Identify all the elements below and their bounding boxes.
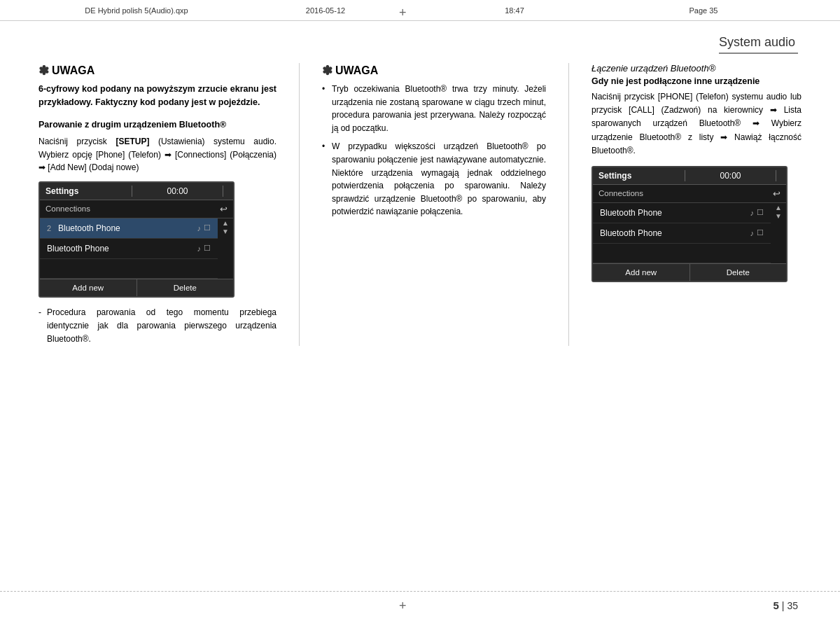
right-delete-button[interactable]: Delete [690,264,787,281]
right-screen-divider2 [776,170,776,181]
right-item2-label: Bluetooth Phone [600,228,750,238]
right-back-icon: ↩ [773,188,780,199]
screen-divider2 [223,186,223,197]
delete-button[interactable]: Delete [137,279,234,296]
music-icon: ♪ [197,224,202,232]
item-number: 2 [47,224,55,232]
right-music-icon-2: ♪ [750,229,755,237]
right-screen-time: 00:00 [690,171,771,181]
right-items-list: Bluetooth Phone ♪ ☐ Bluetooth Phone ♪ ☐ [593,203,771,263]
right-item-icons-1: ♪ ☐ [750,208,764,217]
right-music-icon: ♪ [750,209,755,217]
header-date: 2016-05-12 [231,6,420,15]
phone-icon: ☐ [204,223,211,232]
bullet-item-1: Tryb oczekiwania Bluetooth® trwa trzy mi… [322,83,546,134]
page-num: 35 [787,600,798,611]
bottom-bar: 5 | 35 [0,591,840,619]
right-bold-subhead: Gdy nie jest podłączone inne urządzenie [592,76,802,86]
bullet-item-2: W przypadku większości urządzeń Bluetoot… [322,140,546,218]
left-uwaga-body: 6-cyfrowy kod podany na powyższym zrzuci… [38,83,276,109]
right-column: Łączenie urządzeń Bluetooth® Gdy nie jes… [592,63,802,346]
phone-icon-2: ☐ [204,244,211,253]
right-screen-mockup: Settings 00:00 Connections ↩ Bluetooth P… [592,166,788,282]
col-separator-2 [568,63,569,346]
item-icons-1: ♪ ☐ [197,223,211,232]
left-screen-header: Settings 00:00 [40,183,233,200]
left-screen-item-1: 2 Bluetooth Phone ♪ ☐ [40,218,218,239]
right-screen-footer: Add new Delete [593,263,786,281]
left-screen-items: 2 Bluetooth Phone ♪ ☐ Bluetooth Phone ♪ [40,218,233,279]
item-icons-2: ♪ ☐ [197,244,211,253]
music-icon-2: ♪ [197,244,202,253]
left-screen-time: 00:00 [136,186,218,196]
dash-note: Procedura parowania od tego momentu prze… [38,306,276,347]
middle-asterisk-icon: ✽ [322,63,332,78]
add-new-button[interactable]: Add new [40,279,137,296]
left-item2-label: Bluetooth Phone [47,244,197,253]
right-screen-item-1: Bluetooth Phone ♪ ☐ [593,203,771,223]
right-screen-title: Settings [598,171,680,181]
right-add-new-button[interactable]: Add new [593,264,690,281]
right-arrow-text: Naciśnij przycisk [PHONE] (Telefon) syst… [592,90,802,158]
right-connections-label: Connections [598,189,773,197]
left-empty-row [40,259,218,279]
middle-uwaga-title: ✽ UWAGA [322,63,546,78]
middle-column: ✽ UWAGA Tryb oczekiwania Bluetooth® trwa… [322,63,546,346]
right-italic-heading: Łączenie urządzeń Bluetooth® [592,63,802,74]
right-scroll-arrows: ▲ ▼ [771,203,786,263]
middle-uwaga-box: ✽ UWAGA Tryb oczekiwania Bluetooth® trwa… [322,63,546,218]
asterisk-icon: ✽ [38,63,49,78]
left-uwaga-title: ✽ UWAGA [38,63,276,78]
right-scroll-up: ▲ [775,204,782,211]
section-title: System audio [719,35,798,54]
right-empty-row [593,244,771,263]
left-scroll-arrows: ▲ ▼ [218,218,233,279]
scroll-up-arrow: ▲ [222,220,229,227]
left-body-text: Naciśnij przycisk [SETUP] (Ustawienia) s… [38,135,276,174]
right-screen-divider [685,170,685,181]
left-screen-item-2: Bluetooth Phone ♪ ☐ [40,239,218,259]
right-scroll-down: ▼ [775,213,782,220]
back-icon: ↩ [220,204,227,214]
right-screen-items: Bluetooth Phone ♪ ☐ Bluetooth Phone ♪ ☐ [593,203,786,263]
scroll-down-arrow: ▼ [222,228,229,235]
left-item1-label: Bluetooth Phone [58,223,197,233]
header-page: Page 35 [609,6,798,15]
header-time: 18:47 [420,6,609,15]
left-uwaga-box: ✽ UWAGA 6-cyfrowy kod podany na powyższy… [38,63,276,109]
left-column: ✽ UWAGA 6-cyfrowy kod podany na powyższy… [38,63,276,346]
right-item1-label: Bluetooth Phone [600,208,750,218]
screen-divider [132,186,132,197]
crosshair-top [399,6,407,20]
page-separator: | [782,600,785,611]
right-screen-header: Settings 00:00 [593,167,786,185]
right-phone-icon: ☐ [757,208,764,217]
left-subheading: Parowanie z drugim urządzeniem Bluetooth… [38,119,276,132]
page-number: 5 | 35 [773,599,798,611]
main-content: ✽ UWAGA 6-cyfrowy kod podany na powyższy… [38,63,802,584]
left-screen-footer: Add new Delete [40,279,233,296]
right-screen-connections: Connections ↩ [593,185,786,203]
left-screen-title: Settings [46,186,127,196]
left-items-list: 2 Bluetooth Phone ♪ ☐ Bluetooth Phone ♪ [40,218,218,279]
left-screen-mockup: Settings 00:00 Connections ↩ 2 Bluetooth… [38,181,234,298]
middle-bullet-list: Tryb oczekiwania Bluetooth® trwa trzy mi… [322,83,546,218]
header-bar: DE Hybrid polish 5(Audio).qxp 2016-05-12… [0,0,840,21]
left-connections-label: Connections [46,204,220,213]
right-screen-item-2: Bluetooth Phone ♪ ☐ [593,223,771,244]
right-phone-icon-2: ☐ [757,228,764,237]
left-screen-connections: Connections ↩ [40,200,233,218]
col-separator-1 [299,63,300,346]
right-item-icons-2: ♪ ☐ [750,228,764,237]
header-left-text: DE Hybrid polish 5(Audio).qxp [42,6,231,15]
page-chapter: 5 [773,599,778,611]
